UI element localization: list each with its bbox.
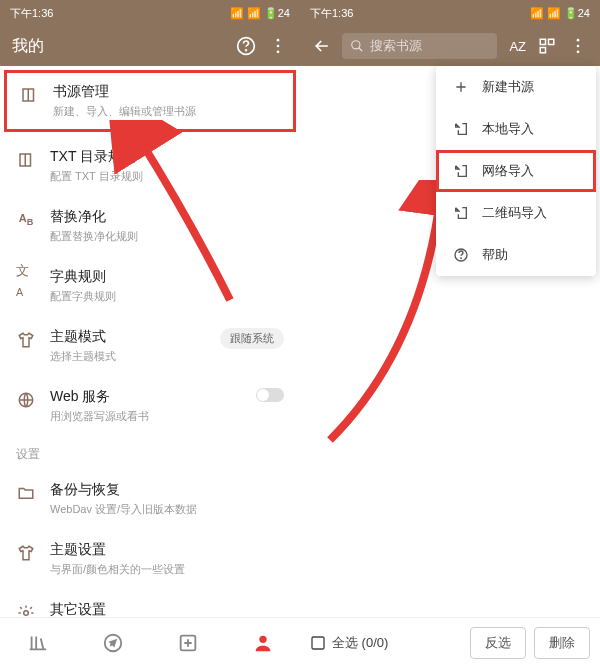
- item-subtitle: 配置 TXT 目录规则: [50, 169, 270, 184]
- svg-point-10: [352, 41, 360, 49]
- shirt-icon: [16, 330, 36, 350]
- status-icons: 📶📶🔋24: [230, 7, 290, 20]
- svg-rect-19: [312, 637, 324, 649]
- dropdown-item[interactable]: 网络导入: [436, 150, 596, 192]
- back-icon[interactable]: [312, 36, 332, 56]
- main-list: 书源管理 新建、导入、编辑或管理书源 TXT 目录规则 配置 TXT 目录规则 …: [0, 66, 300, 436]
- dropdown-label: 新建书源: [482, 78, 534, 96]
- svg-point-2: [277, 39, 280, 42]
- status-bar: 下午1:36 📶📶🔋24: [0, 0, 300, 26]
- select-all-checkbox[interactable]: 全选 (0/0): [310, 634, 462, 652]
- sort-icon[interactable]: AZ: [509, 39, 526, 54]
- item-subtitle: 选择主题模式: [50, 349, 206, 364]
- dropdown-item[interactable]: 二维码导入: [436, 192, 596, 234]
- book-icon: [19, 85, 39, 105]
- list-item[interactable]: Web 服务 用浏览器写源或看书: [0, 376, 300, 436]
- list-item[interactable]: 备份与恢复 WebDav 设置/导入旧版本数据: [0, 469, 300, 529]
- item-title: 替换净化: [50, 208, 270, 226]
- globe-icon: [16, 390, 36, 410]
- dropdown-item[interactable]: 新建书源: [436, 66, 596, 108]
- header-left: 我的: [0, 26, 300, 66]
- book-icon: [16, 150, 36, 170]
- svg-point-18: [461, 258, 462, 259]
- item-subtitle: WebDav 设置/导入旧版本数据: [50, 502, 270, 517]
- dropdown-label: 二维码导入: [482, 204, 547, 222]
- item-title: TXT 目录规则: [50, 148, 270, 166]
- folder-icon: [16, 483, 36, 503]
- invert-button[interactable]: 反选: [470, 627, 526, 659]
- dropdown-item[interactable]: 本地导入: [436, 108, 596, 150]
- svg-point-9: [259, 635, 266, 642]
- more-icon[interactable]: [268, 36, 288, 56]
- status-icons: 📶📶🔋24: [530, 7, 590, 20]
- item-title: 字典规则: [50, 268, 270, 286]
- status-time: 下午1:36: [310, 6, 353, 21]
- list-item[interactable]: AB 替换净化 配置替换净化规则: [0, 196, 300, 256]
- nav-me-icon[interactable]: [252, 632, 274, 654]
- import-icon: [452, 205, 470, 221]
- panel-settings: 下午1:36 📶📶🔋24 我的 书源管理 新建、导入、编辑或管理书源 TXT 目…: [0, 0, 300, 667]
- battery-icon: 🔋24: [264, 7, 290, 20]
- bottom-toolbar: 全选 (0/0) 反选 删除: [300, 617, 600, 667]
- svg-point-6: [24, 611, 29, 616]
- dropdown-item[interactable]: 帮助: [436, 234, 596, 276]
- status-time: 下午1:36: [10, 6, 53, 21]
- svg-point-15: [577, 45, 580, 48]
- item-subtitle: 用浏览器写源或看书: [50, 409, 242, 424]
- svg-point-1: [246, 50, 247, 51]
- svg-rect-11: [540, 39, 545, 44]
- dropdown-menu: 新建书源本地导入网络导入二维码导入帮助: [436, 66, 596, 276]
- item-title: 备份与恢复: [50, 481, 270, 499]
- list-item[interactable]: 文A 字典规则 配置字典规则: [0, 256, 300, 316]
- item-subtitle: 与界面/颜色相关的一些设置: [50, 562, 270, 577]
- dropdown-label: 帮助: [482, 246, 508, 264]
- bottom-nav: [0, 617, 300, 667]
- item-title: 书源管理: [53, 83, 267, 101]
- nav-add-icon[interactable]: [177, 632, 199, 654]
- search-input[interactable]: 搜索书源: [342, 33, 497, 59]
- svg-point-3: [277, 45, 280, 48]
- dropdown-label: 网络导入: [482, 162, 534, 180]
- svg-point-16: [577, 51, 580, 54]
- item-title: 主题模式: [50, 328, 206, 346]
- delete-button[interactable]: 删除: [534, 627, 590, 659]
- list-item[interactable]: 书源管理 新建、导入、编辑或管理书源: [4, 70, 296, 132]
- page-title: 我的: [12, 36, 224, 57]
- item-title: Web 服务: [50, 388, 242, 406]
- item-title: 主题设置: [50, 541, 270, 559]
- import-icon: [452, 121, 470, 137]
- item-subtitle: 配置替换净化规则: [50, 229, 270, 244]
- section-settings: 设置: [0, 436, 300, 469]
- lang-icon: 文A: [16, 270, 36, 290]
- help-icon: [452, 247, 470, 263]
- toggle-switch[interactable]: [256, 388, 284, 402]
- svg-rect-12: [549, 39, 554, 44]
- shirt-icon: [16, 543, 36, 563]
- dropdown-label: 本地导入: [482, 120, 534, 138]
- search-icon: [350, 39, 364, 53]
- panel-sources: 下午1:36 📶📶🔋24 搜索书源 AZ 新建书源本地导入网络导入二维码导入帮助…: [300, 0, 600, 667]
- value-tag: 跟随系统: [220, 328, 284, 349]
- item-subtitle: 配置字典规则: [50, 289, 270, 304]
- more-icon[interactable]: [568, 36, 588, 56]
- ab-icon: AB: [16, 210, 36, 230]
- svg-point-4: [277, 51, 280, 54]
- list-item[interactable]: 主题模式 选择主题模式 跟随系统: [0, 316, 300, 376]
- svg-point-14: [577, 39, 580, 42]
- status-bar: 下午1:36 📶📶🔋24: [300, 0, 600, 26]
- list-item[interactable]: TXT 目录规则 配置 TXT 目录规则: [0, 136, 300, 196]
- plus-icon: [452, 79, 470, 95]
- import-icon: [452, 163, 470, 179]
- header-right: 搜索书源 AZ: [300, 26, 600, 66]
- filter-icon[interactable]: [538, 37, 556, 55]
- item-subtitle: 新建、导入、编辑或管理书源: [53, 104, 267, 119]
- help-icon[interactable]: [236, 36, 256, 56]
- svg-rect-13: [540, 48, 545, 53]
- list-item[interactable]: 主题设置 与界面/颜色相关的一些设置: [0, 529, 300, 589]
- battery-icon: 🔋24: [564, 7, 590, 20]
- nav-explore-icon[interactable]: [102, 632, 124, 654]
- nav-bookshelf-icon[interactable]: [27, 632, 49, 654]
